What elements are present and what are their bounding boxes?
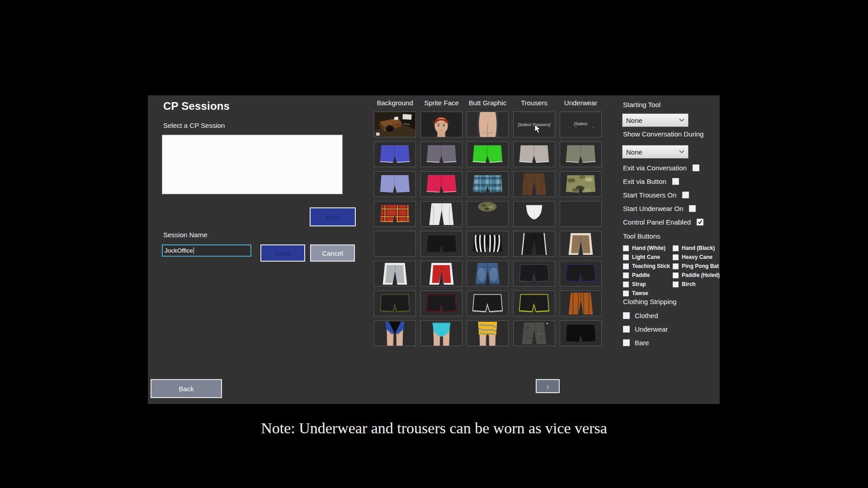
checkbox-unchecked[interactable] (623, 254, 629, 260)
checkbox-unchecked[interactable] (693, 164, 699, 171)
thumbnail-image (560, 231, 601, 256)
dropdown-chevron-icon (679, 118, 684, 122)
checkbox-label: Teaching Stick (632, 263, 670, 269)
thumbnail-image (514, 321, 555, 346)
stripping-underwear: Underwear (623, 325, 668, 333)
starting-tool-dropdown[interactable]: None (622, 113, 689, 127)
checkbox-unchecked[interactable] (623, 263, 629, 269)
tile-denim-jeans-row6[interactable] (467, 261, 509, 286)
save-button[interactable]: Save (260, 244, 305, 262)
bottom-note: Note: Underwear and trousers can be worn… (0, 420, 868, 437)
checkbox-unchecked[interactable] (673, 245, 679, 251)
tile-navy-outline-shorts-row6[interactable] (560, 261, 602, 286)
checkbox-unchecked[interactable] (689, 205, 696, 212)
checkbox-unchecked[interactable] (623, 282, 629, 287)
toggle-exit-via-conversation: Exit via Conversation (623, 164, 699, 172)
tile-white-long-johns-row4[interactable] (420, 201, 462, 227)
tile-grey-trousers-white-waist-row6[interactable] (374, 261, 416, 286)
thumbnail-image (374, 202, 415, 226)
tile-red-tartan-boxers-row4[interactable] (374, 201, 416, 227)
tile-zebra-stripe-shorts-row5[interactable] (467, 231, 509, 257)
tile-empty-slot-row4[interactable] (560, 201, 602, 227)
tile-yellow-outline-shorts-row7[interactable] (513, 291, 555, 316)
session-name-input[interactable]: JockOffice (162, 244, 251, 257)
tile-dark-red-outline-shorts-row7[interactable] (420, 291, 462, 316)
tile-tan-trousers-row5[interactable] (560, 231, 602, 257)
checkbox-unchecked[interactable] (673, 263, 679, 269)
tile-red-haired-sprite-face-row1[interactable] (420, 112, 462, 137)
tile-orange-brown-trousers-row7[interactable] (560, 291, 602, 316)
checkbox-unchecked[interactable] (673, 254, 679, 260)
tile-camo-bundle-row4[interactable] (467, 201, 509, 227)
tile-black-silhouette-shorts-row6[interactable] (513, 261, 555, 286)
checkbox-unchecked[interactable] (623, 339, 630, 346)
checkbox-unchecked[interactable] (682, 192, 689, 198)
checkbox-unchecked[interactable] (673, 272, 679, 278)
tile-white-briefs-row4[interactable] (513, 201, 555, 227)
column-header-background: Background (369, 99, 420, 107)
tool-paddle-holed: Paddle (Holed) (673, 272, 720, 278)
checkbox-label: Clothed (635, 312, 658, 319)
tile-crimson-boxers-row3[interactable] (420, 171, 462, 197)
thumbnail-image (560, 321, 601, 346)
checkbox-unchecked[interactable] (623, 291, 629, 296)
checkbox-checked[interactable] (697, 219, 703, 225)
thumbnail-image (467, 112, 508, 137)
thumbnail-image (514, 291, 555, 316)
tile-empty-slot-row5[interactable] (374, 231, 416, 257)
tile-brown-trousers-row3[interactable] (513, 171, 555, 197)
thumbnail-image (421, 231, 462, 256)
back-button[interactable]: Back (151, 379, 222, 398)
select-placeholder-text: [SelectUnderwear] (560, 121, 601, 128)
tile-camo-shorts-row3[interactable] (560, 171, 602, 197)
thumbnail-image (467, 231, 508, 256)
tile-black-boxers-row5[interactable] (420, 231, 462, 257)
thumbnail-image (421, 112, 462, 137)
tile-red-white-pants-row6[interactable] (420, 261, 462, 286)
tile-light-grey-boxers-row2[interactable] (513, 141, 555, 167)
new-button[interactable]: New (310, 207, 356, 226)
tile-black-track-pants-row5[interactable] (513, 231, 555, 257)
column-header-trousers: Trousers (509, 99, 560, 107)
starting-tool-label: Starting Tool (623, 101, 660, 108)
checkbox-unchecked[interactable] (672, 178, 679, 185)
tile-blue-black-swim-briefs-row8[interactable] (374, 320, 416, 346)
checkbox-unchecked[interactable] (623, 272, 629, 278)
tile-worn-grey-trousers-row8[interactable] (513, 320, 555, 346)
tile-blue-plaid-boxers-row3[interactable] (467, 171, 509, 197)
tile-black-shorts-row8[interactable] (560, 320, 602, 346)
tile-select-trousers-row1[interactable]: [Select Trousers] (513, 112, 555, 137)
show-conversation-dropdown[interactable]: None (622, 145, 689, 159)
checkbox-unchecked[interactable] (623, 312, 630, 319)
checkbox-unchecked[interactable] (623, 326, 630, 333)
tile-select-underwear-row1[interactable]: [SelectUnderwear] (560, 112, 602, 137)
tile-blue-boxers-row2[interactable] (374, 141, 416, 167)
thumbnail-image (467, 172, 508, 197)
thumbnail-image (467, 291, 508, 316)
checkbox-label: Hand (White) (632, 245, 665, 251)
tool-buttons-label: Tool Buttons (623, 232, 660, 240)
thumbnail-image (374, 142, 415, 167)
tile-cyan-briefs-row8[interactable] (420, 320, 462, 346)
tile-grey-boxers-row2[interactable] (420, 141, 462, 167)
text-caret (193, 247, 194, 254)
checkbox-unchecked[interactable] (623, 245, 629, 251)
scroll-down-button[interactable]: ↓ (536, 379, 560, 393)
checkbox-unchecked[interactable] (673, 282, 679, 287)
checkbox-label: Start Underwear On (623, 205, 683, 212)
tile-yellow-octopus-shorts-row8[interactable] (467, 320, 509, 346)
tile-olive-outline-shorts-row7[interactable] (374, 291, 416, 316)
checkbox-label: Exit via Conversation (623, 164, 687, 172)
stripping-clothed: Clothed (623, 312, 658, 319)
tile-bare-butt-row1[interactable] (467, 112, 509, 137)
cancel-button[interactable]: Cancel (310, 244, 355, 262)
session-listbox[interactable] (162, 135, 343, 194)
tile-green-boxers-row2[interactable] (467, 141, 509, 167)
tile-white-outline-shorts-row7[interactable] (467, 291, 509, 316)
tile-office-background-row1[interactable] (374, 112, 416, 137)
tile-olive-boxers-row2[interactable] (560, 141, 602, 167)
tile-periwinkle-boxers-row3[interactable] (374, 171, 416, 197)
toggle-start-underwear-on: Start Underwear On (623, 205, 696, 212)
thumbnail-image (374, 321, 415, 346)
session-name-value: JockOffice (165, 247, 193, 254)
